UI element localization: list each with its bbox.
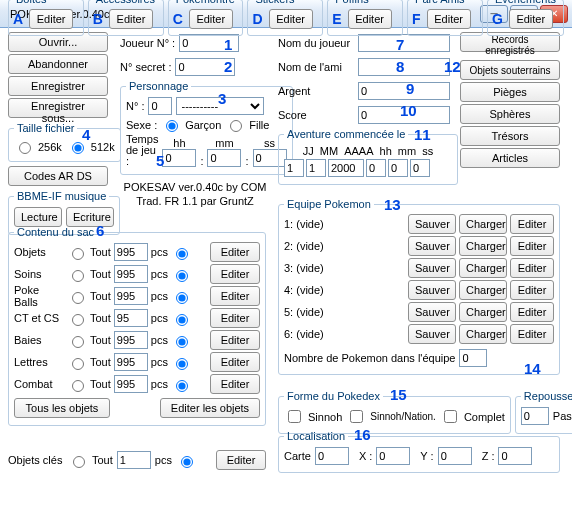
bag-all-radio[interactable] <box>72 270 84 282</box>
bag-qty-input[interactable] <box>114 243 148 261</box>
team-edit-button[interactable]: Editer <box>510 324 554 344</box>
loc-y-input[interactable] <box>438 447 472 465</box>
team-save-button[interactable]: Sauver <box>408 214 456 234</box>
char-num-input[interactable] <box>148 97 172 115</box>
card-edit-button[interactable]: Editer <box>189 9 233 29</box>
bag-edit-button[interactable]: Editer <box>210 352 260 372</box>
sex-girl-radio[interactable] <box>230 120 242 132</box>
key-all-radio[interactable] <box>73 456 85 468</box>
team-edit-button[interactable]: Editer <box>510 214 554 234</box>
bag-all-radio[interactable] <box>72 314 84 326</box>
team-save-button[interactable]: Sauver <box>408 236 456 256</box>
bag-qty-input[interactable] <box>114 353 148 371</box>
adv-hh-input[interactable] <box>366 159 386 177</box>
articles-button[interactable]: Articles <box>460 148 560 168</box>
card-edit-button[interactable]: Editer <box>29 9 73 29</box>
card-edit-button[interactable]: Editer <box>269 9 313 29</box>
bag-sel-radio[interactable] <box>176 336 188 348</box>
adv-jj-input[interactable] <box>284 159 304 177</box>
team-load-button[interactable]: Charger <box>459 236 507 256</box>
team-save-button[interactable]: Sauver <box>408 280 456 300</box>
pokedex-complete-check[interactable] <box>444 410 457 423</box>
score-input[interactable] <box>358 106 450 124</box>
key-qty-input[interactable] <box>117 451 151 469</box>
team-count-input[interactable] <box>459 349 487 367</box>
team-load-button[interactable]: Charger <box>459 280 507 300</box>
bag-sel-radio[interactable] <box>176 248 188 260</box>
bag-edit-button[interactable]: Editer <box>210 286 260 306</box>
treasures-button[interactable]: Trésors <box>460 126 560 146</box>
playername-input[interactable] <box>358 34 450 52</box>
key-edit-button[interactable]: Editer <box>216 450 266 470</box>
loc-x-input[interactable] <box>376 447 410 465</box>
ar-codes-button[interactable]: Codes AR DS <box>8 166 108 186</box>
spheres-button[interactable]: Sphères <box>460 104 560 124</box>
adv-ss-input[interactable] <box>410 159 430 177</box>
abandon-button[interactable]: Abandonner <box>8 54 108 74</box>
team-save-button[interactable]: Sauver <box>408 302 456 322</box>
filesize-256k-radio[interactable] <box>19 142 31 154</box>
team-load-button[interactable]: Charger <box>459 258 507 278</box>
edit-items-button[interactable]: Editer les objets <box>160 398 260 418</box>
bag-all-radio[interactable] <box>72 336 84 348</box>
team-load-button[interactable]: Charger <box>459 302 507 322</box>
adv-aaaa-input[interactable] <box>328 159 364 177</box>
team-edit-button[interactable]: Editer <box>510 280 554 300</box>
char-combo[interactable]: ---------- <box>176 97 264 115</box>
traps-button[interactable]: Pièges <box>460 82 560 102</box>
team-edit-button[interactable]: Editer <box>510 258 554 278</box>
pokedex-national-check[interactable] <box>350 410 363 423</box>
bag-sel-radio[interactable] <box>176 314 188 326</box>
bag-sel-radio[interactable] <box>176 292 188 304</box>
card-edit-button[interactable]: Editer <box>427 9 471 29</box>
card-edit-button[interactable]: Editer <box>109 9 153 29</box>
loc-map-input[interactable] <box>315 447 349 465</box>
player-num-input[interactable] <box>179 34 239 52</box>
save-button[interactable]: Enregistrer <box>8 76 108 96</box>
bag-all-radio[interactable] <box>72 358 84 370</box>
key-sel-radio[interactable] <box>181 456 193 468</box>
loc-z-input[interactable] <box>498 447 532 465</box>
card-edit-button[interactable]: Editer <box>348 9 392 29</box>
bag-edit-button[interactable]: Editer <box>210 242 260 262</box>
friendname-input[interactable] <box>358 58 450 76</box>
playtime-hh-input[interactable] <box>162 149 196 167</box>
team-save-button[interactable]: Sauver <box>408 324 456 344</box>
adv-mm-input[interactable] <box>306 159 326 177</box>
pokedex-sinnoh-check[interactable] <box>288 410 301 423</box>
bag-qty-input[interactable] <box>114 287 148 305</box>
all-items-button[interactable]: Tous les objets <box>14 398 110 418</box>
money-input[interactable] <box>358 82 450 100</box>
playtime-mm-input[interactable] <box>207 149 241 167</box>
bag-all-radio[interactable] <box>72 380 84 392</box>
team-save-button[interactable]: Sauver <box>408 258 456 278</box>
card-edit-button[interactable]: Editer <box>509 9 553 29</box>
bag-edit-button[interactable]: Editer <box>210 308 260 328</box>
bag-all-radio[interactable] <box>72 292 84 304</box>
filesize-512k-radio[interactable] <box>72 142 84 154</box>
bag-sel-radio[interactable] <box>176 358 188 370</box>
bag-sel-radio[interactable] <box>176 380 188 392</box>
bag-qty-input[interactable] <box>114 331 148 349</box>
team-load-button[interactable]: Charger <box>459 324 507 344</box>
team-edit-button[interactable]: Editer <box>510 302 554 322</box>
team-load-button[interactable]: Charger <box>459 214 507 234</box>
bbme-read-button[interactable]: Lecture <box>14 207 62 227</box>
bag-edit-button[interactable]: Editer <box>210 264 260 284</box>
bag-qty-input[interactable] <box>114 309 148 327</box>
secret-num-input[interactable] <box>175 58 235 76</box>
bag-sel-radio[interactable] <box>176 270 188 282</box>
sex-boy-radio[interactable] <box>166 120 178 132</box>
underground-button[interactable]: Objets souterrains <box>460 60 560 80</box>
bag-qty-input[interactable] <box>114 265 148 283</box>
team-edit-button[interactable]: Editer <box>510 236 554 256</box>
repel-input[interactable] <box>521 407 549 425</box>
bag-qty-input[interactable] <box>114 375 148 393</box>
bbme-write-button[interactable]: Ecriture <box>66 207 114 227</box>
save-as-button[interactable]: Enregistrer sous... <box>8 98 108 118</box>
bag-edit-button[interactable]: Editer <box>210 330 260 350</box>
bag-edit-button[interactable]: Editer <box>210 374 260 394</box>
playtime-label-2: de jeu : <box>126 145 158 167</box>
bag-all-radio[interactable] <box>72 248 84 260</box>
adv-min-input[interactable] <box>388 159 408 177</box>
